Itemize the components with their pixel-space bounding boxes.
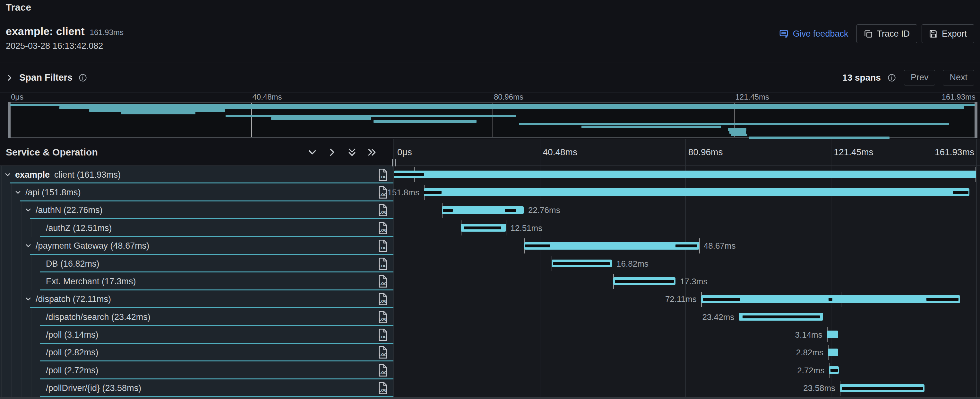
minimap-tick-label: 161.93ms — [942, 93, 975, 102]
service-operation-title: Service & Operation — [6, 147, 98, 158]
indent-guide — [11, 184, 11, 201]
span-row[interactable]: /authZ (12.51ms)LOG — [0, 219, 393, 237]
span-row[interactable]: Ext. Merchant (17.3ms)LOG — [0, 273, 393, 290]
log-icon[interactable]: LOG — [377, 364, 388, 377]
log-icon[interactable]: LOG — [377, 293, 388, 305]
minimap-span-bar — [121, 112, 196, 114]
span-name-list: exampleclient (161.93ms)LOG/api (151.8ms… — [0, 166, 393, 397]
trace-name: example: client — [6, 25, 85, 38]
span-name: /poll (2.82ms) — [46, 348, 99, 358]
horizontal-scrollbar[interactable] — [0, 397, 980, 399]
span-duration-label: 16.82ms — [616, 259, 649, 268]
info-icon[interactable] — [78, 73, 87, 82]
svg-text:LOG: LOG — [379, 174, 387, 179]
minimap-span-bar — [728, 128, 746, 131]
trace-id-button[interactable]: Trace ID — [856, 24, 917, 43]
log-icon[interactable]: LOG — [377, 204, 388, 217]
indent-guide — [31, 273, 32, 290]
span-bar-row: 23.42ms — [394, 308, 980, 326]
span-bar[interactable] — [424, 188, 970, 196]
log-icon[interactable]: LOG — [377, 346, 388, 359]
expand-all-button[interactable] — [366, 147, 377, 158]
log-icon[interactable]: LOG — [377, 239, 388, 252]
span-row[interactable]: DB (16.82ms)LOG — [0, 255, 393, 273]
span-row[interactable]: /payment Gateway (48.67ms)LOG — [0, 237, 393, 255]
span-row[interactable]: /api (151.8ms)LOG — [0, 184, 393, 201]
log-icon[interactable]: LOG — [377, 311, 388, 324]
trace-duration: 161.93ms — [90, 28, 124, 37]
span-row[interactable]: /authN (22.76ms)LOG — [0, 201, 393, 219]
span-bar-row: 17.3ms — [394, 273, 980, 290]
log-marker — [443, 209, 452, 212]
indent-guide — [21, 380, 22, 397]
collapse-one-button[interactable] — [307, 147, 318, 158]
span-bar[interactable] — [828, 349, 838, 356]
log-marker — [615, 280, 674, 283]
log-icon[interactable]: LOG — [377, 328, 388, 341]
chevron-down-icon[interactable] — [25, 242, 32, 249]
span-duration-label: 3.14ms — [795, 330, 822, 340]
log-marker — [829, 298, 832, 301]
minimap-tick-label: 80.96ms — [494, 93, 523, 102]
collapse-all-button[interactable] — [347, 147, 358, 158]
span-row[interactable]: /dispatch/search (23.42ms)LOG — [0, 308, 393, 326]
indent-guide — [1, 219, 2, 237]
indent-guide — [1, 344, 2, 361]
log-marker — [926, 298, 958, 301]
span-row[interactable]: /pollDriver/{id} (23.58ms)LOG — [0, 380, 393, 397]
span-filters-toggle[interactable]: Span Filters — [6, 72, 87, 83]
svg-text:LOG: LOG — [379, 281, 387, 286]
span-bar-list: 151.8ms22.76ms12.51ms48.67ms16.82ms17.3m… — [394, 166, 980, 397]
chevron-down-icon[interactable] — [25, 207, 32, 214]
expand-one-button[interactable] — [327, 147, 337, 158]
log-icon[interactable]: LOG — [377, 275, 388, 288]
indent-guide — [11, 237, 11, 255]
chevron-down-icon[interactable] — [4, 171, 11, 178]
prev-button[interactable]: Prev — [904, 70, 935, 85]
timeline-tick-label: 121.45ms — [834, 147, 873, 157]
indent-guide — [11, 380, 11, 397]
span-duration-label: 2.72ms — [797, 365, 824, 375]
indent-guide — [31, 219, 32, 237]
indent-guide — [1, 237, 2, 255]
span-name: /authN (22.76ms) — [36, 205, 103, 215]
log-icon[interactable]: LOG — [377, 381, 388, 394]
span-duration-label: 151.8ms — [387, 188, 419, 198]
span-bar-row: 22.76ms — [394, 201, 980, 219]
indent-guide — [21, 255, 22, 273]
indent-guide — [11, 308, 11, 326]
span-row[interactable]: exampleclient (161.93ms)LOG — [0, 166, 393, 184]
minimap-canvas[interactable] — [8, 102, 977, 138]
indent-guide — [1, 290, 2, 308]
info-icon[interactable] — [887, 73, 896, 82]
indent-guide — [11, 255, 11, 273]
span-bar[interactable] — [524, 242, 699, 250]
span-row[interactable]: /dispatch (72.11ms)LOG — [0, 290, 393, 308]
span-bar[interactable] — [827, 330, 838, 338]
column-resize-handle[interactable] — [392, 160, 396, 166]
minimap-tick-label: 121.45ms — [735, 93, 769, 102]
indent-guide — [31, 361, 32, 379]
span-bar-row: 12.51ms — [394, 219, 980, 237]
span-row[interactable]: /poll (2.72ms)LOG — [0, 361, 393, 379]
svg-text:LOG: LOG — [379, 228, 387, 232]
give-feedback-link[interactable]: Give feedback — [779, 29, 848, 39]
trace-view: Trace example: client 161.93ms 2025-03-2… — [0, 0, 980, 399]
export-button[interactable]: Export — [921, 24, 974, 43]
log-icon[interactable]: LOG — [377, 222, 388, 235]
next-button[interactable]: Next — [943, 70, 974, 85]
log-icon[interactable]: LOG — [377, 186, 388, 199]
trace-header: Trace example: client 161.93ms 2025-03-2… — [0, 0, 980, 63]
log-icon[interactable]: LOG — [377, 168, 388, 181]
span-duration-label: 23.58ms — [803, 383, 835, 393]
span-row[interactable]: /poll (3.14ms)LOG — [0, 326, 393, 343]
chevron-down-icon[interactable] — [25, 295, 32, 303]
log-icon[interactable]: LOG — [377, 257, 388, 270]
indent-guide — [11, 361, 11, 379]
span-bar[interactable] — [394, 171, 976, 178]
minimap-span-bar — [10, 104, 975, 106]
indent-guide — [1, 326, 2, 343]
trace-minimap[interactable]: 0μs40.48ms80.96ms121.45ms161.93ms — [0, 93, 980, 139]
span-row[interactable]: /poll (2.82ms)LOG — [0, 344, 393, 361]
chevron-down-icon[interactable] — [14, 189, 22, 196]
